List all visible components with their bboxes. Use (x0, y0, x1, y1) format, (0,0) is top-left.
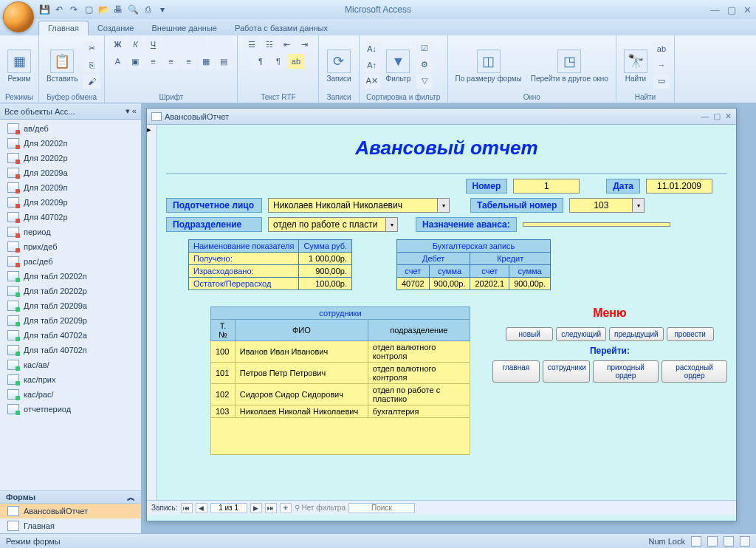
menu-button[interactable]: сотрудники (543, 360, 590, 383)
nav-item[interactable]: рас/деб (0, 254, 141, 269)
menu-button[interactable]: провести (667, 327, 714, 341)
menu-button[interactable]: главная (492, 360, 540, 383)
nav-prev-icon[interactable]: ◀ (196, 503, 207, 513)
print-icon[interactable]: 🖶 (112, 4, 124, 16)
font-combo[interactable] (162, 37, 207, 52)
nav-next-icon[interactable]: ▶ (250, 503, 262, 513)
nav-new-icon[interactable]: ✳ (280, 503, 292, 513)
form-minimize-icon[interactable]: — (701, 112, 709, 121)
highlight-icon[interactable]: ab (288, 54, 304, 69)
view-datasheet-icon[interactable] (707, 536, 718, 547)
replace-icon[interactable]: ab (653, 41, 670, 56)
filter-button[interactable]: ▼ Фильтр (383, 47, 414, 83)
dropdown-tabel-icon[interactable]: ▾ (633, 198, 645, 213)
menu-button[interactable]: предыдущий (609, 327, 664, 341)
record-selector[interactable]: ▸ (147, 125, 157, 500)
nav-search[interactable] (348, 503, 415, 513)
numbering-icon[interactable]: ☷ (261, 37, 278, 52)
table-row[interactable]: 101Петров Петр Петровичотдел валютного к… (211, 363, 470, 384)
rtl-icon[interactable]: ¶ (270, 54, 286, 69)
cut-icon[interactable]: ✂ (83, 41, 100, 56)
preview-icon[interactable]: 🔍 (127, 4, 139, 16)
indent-inc-icon[interactable]: ⇥ (297, 37, 313, 52)
nav-item[interactable]: Для табл 20209р (0, 313, 141, 328)
nav-item[interactable]: кас/ав/ (0, 357, 141, 372)
undo-icon[interactable]: ↶ (53, 4, 65, 16)
nav-form-item[interactable]: Главная (0, 518, 141, 533)
ltr-icon[interactable]: ¶ (252, 54, 269, 69)
dropdown-person-icon[interactable]: ▾ (438, 198, 450, 213)
nav-item[interactable]: ав/деб (0, 121, 141, 136)
table-row[interactable]: 103Николаев Николай Николаевичбухгалтери… (211, 405, 470, 418)
maximize-icon[interactable]: ▢ (727, 4, 736, 16)
tab-home[interactable]: Главная (38, 21, 89, 35)
sort-desc-icon[interactable]: A↑ (364, 58, 380, 72)
switch-window-button[interactable]: ◳ Перейти в другое окно (528, 47, 611, 83)
find-button[interactable]: 🔭 Найти (621, 47, 650, 83)
nav-item[interactable]: период (0, 225, 141, 239)
tab-database[interactable]: Работа с базами данных (226, 21, 337, 35)
field-person[interactable]: Николаев Николай Николаевич (268, 198, 438, 213)
bold-icon[interactable]: Ж (109, 37, 126, 52)
sort-clear-icon[interactable]: A✕ (364, 74, 380, 89)
field-date[interactable]: 11.01.2009 (646, 179, 712, 193)
brush-icon[interactable]: 🖌 (83, 74, 100, 89)
nav-item[interactable]: отчетпериод (0, 402, 141, 417)
table-row[interactable]: 102Сидоров Сидор Сидоровичотдел по работ… (211, 384, 470, 405)
selection-icon[interactable]: ☑ (416, 41, 433, 56)
dropdown-dept-icon[interactable]: ▾ (386, 217, 398, 232)
open-icon[interactable]: 📂 (97, 4, 109, 16)
nav-item[interactable]: Для 20202р (0, 151, 141, 165)
field-purpose[interactable] (523, 222, 670, 227)
nav-item[interactable]: кас/прих (0, 372, 141, 387)
font-color-icon[interactable]: A (109, 54, 126, 69)
view-form-icon[interactable] (691, 536, 701, 547)
align-left-icon[interactable]: ≡ (145, 54, 161, 69)
navpane-section-forms[interactable]: Формы ︽ (0, 490, 141, 504)
view-button[interactable]: ▦ Режим (4, 47, 34, 83)
nav-item[interactable]: прих/деб (0, 239, 141, 254)
copy-icon[interactable]: ⎘ (83, 58, 100, 72)
size-combo[interactable] (208, 37, 232, 52)
menu-button[interactable]: приходный ордер (593, 360, 659, 383)
nav-item[interactable]: Для табл 20209а (0, 298, 141, 313)
records-button[interactable]: ⟳ Записи (323, 47, 354, 83)
save-as-icon[interactable]: ⎙ (142, 4, 154, 16)
nav-last-icon[interactable]: ⏭ (265, 503, 277, 513)
goto-icon[interactable]: → (653, 58, 670, 72)
nav-position[interactable] (210, 503, 247, 513)
nav-item[interactable]: Для 20209р (0, 195, 141, 210)
fit-form-button[interactable]: ◫ По размеру формы (453, 47, 525, 83)
select-icon[interactable]: ▭ (653, 74, 670, 89)
save-icon[interactable]: 💾 (38, 4, 50, 16)
gridlines-icon[interactable]: ▦ (198, 54, 214, 69)
nav-form-item[interactable]: АвансовыйОтчет (0, 504, 141, 518)
nav-item[interactable]: Для 40702р (0, 210, 141, 225)
office-button[interactable] (3, 1, 34, 32)
nav-item[interactable]: Для 20209п (0, 180, 141, 195)
navpane-header[interactable]: Все объекты Acc... ▾ « (0, 103, 141, 120)
align-right-icon[interactable]: ≡ (180, 54, 196, 69)
paste-button[interactable]: 📋 Вставить (44, 47, 80, 83)
toggle-filter-icon[interactable]: ▽ (416, 74, 433, 89)
table-row[interactable]: 100Иванов Иван Ивановичотдел валютного к… (211, 341, 470, 363)
nav-item[interactable]: кас/рас/ (0, 387, 141, 402)
close-icon[interactable]: ✕ (743, 4, 752, 16)
nav-item[interactable]: Для табл 20202п (0, 269, 141, 284)
fill-color-icon[interactable]: ▣ (127, 54, 143, 69)
view-design-icon[interactable] (740, 536, 750, 547)
nav-item[interactable]: Для 20202п (0, 136, 141, 151)
menu-button[interactable]: расходный ордер (662, 360, 727, 383)
nav-first-icon[interactable]: ⏮ (181, 503, 193, 513)
tab-create[interactable]: Создание (89, 21, 143, 35)
bullets-icon[interactable]: ☰ (244, 37, 260, 52)
more-icon[interactable]: ▾ (157, 4, 168, 16)
menu-button[interactable]: следующий (556, 327, 606, 341)
nav-item[interactable]: Для табл 20202р (0, 284, 141, 298)
minimize-icon[interactable]: — (710, 4, 720, 16)
form-maximize-icon[interactable]: ▢ (713, 112, 721, 121)
redo-icon[interactable]: ↷ (68, 4, 80, 16)
underline-icon[interactable]: Ч (145, 37, 161, 52)
sort-asc-icon[interactable]: A↓ (364, 41, 380, 56)
form-close-icon[interactable]: ✕ (725, 112, 732, 121)
